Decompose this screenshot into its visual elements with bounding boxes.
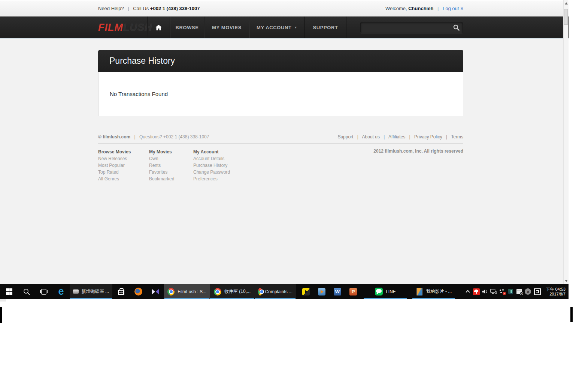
scrollbar[interactable] xyxy=(563,0,568,284)
footer-link-bookmarked[interactable]: Bookmarked xyxy=(149,176,193,182)
taskbar-window-line[interactable]: LINE xyxy=(363,284,407,299)
tray-disconnected-icon[interactable]: × xyxy=(524,284,532,299)
nav-support[interactable]: SUPPORT xyxy=(304,16,346,38)
page-content: Purchase History No Transactions Found ©… xyxy=(0,39,569,182)
footer-column-title: My Account xyxy=(193,148,268,155)
footer-link-purchase-history[interactable]: Purchase History xyxy=(193,162,268,169)
potplayer-button[interactable] xyxy=(298,284,314,299)
footer-link-privacy-policy[interactable]: Privacy Policy xyxy=(414,134,442,140)
scroll-down-arrow-icon[interactable] xyxy=(565,280,568,282)
logout-link[interactable]: Log out× xyxy=(443,6,463,11)
account-area: Welcome, Chunchieh | Log out× xyxy=(385,6,463,11)
footer-link-terms[interactable]: Terms xyxy=(451,134,463,140)
footer-link-top-rated[interactable]: Top Rated xyxy=(98,169,149,176)
nav-my-account[interactable]: MY ACCOUNT▼ xyxy=(249,16,304,38)
footer-link-account-details[interactable]: Account Details xyxy=(193,155,268,162)
footer-rights: 2012 filmlush.com, Inc. All rights reser… xyxy=(373,148,463,182)
separator: | xyxy=(409,134,410,140)
nav-my-movies-label: MY MOVIES xyxy=(212,25,242,30)
taskbar-window-label: Complaints ... xyxy=(265,289,293,294)
phone-number: +002 1 (438) 338-1007 xyxy=(150,6,200,11)
tray-antivirus-icon[interactable] xyxy=(472,284,481,299)
tray-notes-icon[interactable]: − xyxy=(515,284,524,299)
footer-column-my-account: My Account Account Details Purchase Hist… xyxy=(193,148,268,182)
footer-link-support[interactable]: Support xyxy=(337,134,353,140)
start-button[interactable] xyxy=(0,284,18,299)
active-underline xyxy=(70,298,112,299)
footer-link-change-password[interactable]: Change Password xyxy=(193,169,268,176)
tray-app-icon[interactable] xyxy=(506,284,515,299)
windows-logo-icon xyxy=(6,288,12,295)
tray-ime-icon[interactable] xyxy=(532,284,543,299)
footer-link-all-genres[interactable]: All Genres xyxy=(98,176,149,182)
tray-chevron-up-icon[interactable] xyxy=(463,284,472,299)
kmplayer-button[interactable] xyxy=(147,284,164,299)
nav-my-movies[interactable]: MY MOVIES xyxy=(204,16,249,38)
footer-link-about-us[interactable]: About us xyxy=(362,134,380,140)
taskbar-window-disk[interactable]: 新增磁碟區 ... xyxy=(70,284,112,299)
nav-browse-label: BROWSE xyxy=(175,25,198,30)
chrome-icon xyxy=(258,288,262,296)
artifact-gray-sliver xyxy=(0,299,6,302)
footer-link-own[interactable]: Own xyxy=(149,155,193,162)
taskbar-window-complaints[interactable]: Complaints ... xyxy=(255,284,296,299)
footer-link-favorites[interactable]: Favorites xyxy=(149,169,193,176)
scroll-up-arrow-icon[interactable] xyxy=(565,2,568,4)
search-input[interactable] xyxy=(361,22,448,33)
welcome-label: Welcome, xyxy=(385,6,407,11)
media-player-button[interactable] xyxy=(314,284,330,299)
powerpoint-button[interactable]: P xyxy=(345,284,361,299)
footer-questions: Questions? +002 1 (438) 338-1007 xyxy=(139,134,209,140)
clock-date: 2017/8/7 xyxy=(546,292,566,297)
footer-link-affiliates[interactable]: Affiliates xyxy=(388,134,405,140)
filmlush-logo[interactable]: FILMLUSH xyxy=(98,16,147,38)
call-us-label: Call Us xyxy=(133,6,149,11)
word-button[interactable]: W xyxy=(330,284,345,299)
store-button[interactable] xyxy=(112,284,130,299)
active-underline xyxy=(255,298,295,299)
footer-copyright-line: © filmlush.com | Questions? +002 1 (438)… xyxy=(98,134,209,140)
taskbar-search-button[interactable] xyxy=(18,284,35,299)
nav-browse[interactable]: BROWSE xyxy=(170,16,204,38)
separator: | xyxy=(446,134,447,140)
line-icon xyxy=(375,288,383,296)
page-title: Purchase History xyxy=(109,56,175,66)
scrollbar-thumb[interactable] xyxy=(564,9,568,25)
firefox-button[interactable] xyxy=(130,284,147,299)
footer-top-links: Support | About us | Affiliates | Privac… xyxy=(337,134,463,140)
panel-header: Purchase History xyxy=(98,50,463,72)
footer-link-preferences[interactable]: Preferences xyxy=(193,176,268,182)
taskbar-window-label: 收件匣 (10,... xyxy=(224,288,251,295)
taskbar-window-movies[interactable]: 我的影片 - ... xyxy=(412,284,455,299)
empty-state-message: No Transactions Found xyxy=(110,91,168,97)
footer-site-name: © filmlush.com xyxy=(98,134,130,140)
edge-browser-button[interactable]: e xyxy=(52,284,70,299)
footer-link-new-releases[interactable]: New Releases xyxy=(98,155,149,162)
task-view-button[interactable] xyxy=(35,284,52,299)
separator: | xyxy=(384,134,385,140)
separator: | xyxy=(134,134,136,140)
nav-support-label: SUPPORT xyxy=(313,25,338,30)
footer-link-most-popular[interactable]: Most Popular xyxy=(98,162,149,169)
active-underline xyxy=(164,298,209,299)
tray-network-icon[interactable] xyxy=(489,284,498,299)
home-icon xyxy=(155,25,162,30)
separator: | xyxy=(357,134,358,140)
search-icon[interactable] xyxy=(453,24,460,32)
chrome-icon xyxy=(167,288,175,296)
taskbar-window-inbox[interactable]: 收件匣 (10,... xyxy=(210,284,255,299)
chevron-down-icon: ▼ xyxy=(294,26,297,29)
movie-maker-icon xyxy=(416,288,423,296)
kmplayer-icon xyxy=(152,288,159,296)
need-help-link[interactable]: Need Help? xyxy=(98,6,124,11)
chrome-icon xyxy=(214,288,221,296)
tray-sync-error-icon[interactable]: × xyxy=(498,284,506,299)
system-tray: × − × 下午 04:53 2017/8/7 xyxy=(463,284,569,299)
nav-home-button[interactable] xyxy=(147,16,170,38)
taskbar-clock[interactable]: 下午 04:53 2017/8/7 xyxy=(546,287,566,297)
taskbar-window-filmlush[interactable]: FilmLush : S... xyxy=(164,284,210,299)
site-topbar: Need Help? | Call Us +002 1 (438) 338-10… xyxy=(0,0,569,16)
tray-volume-icon[interactable] xyxy=(481,284,489,299)
separator: | xyxy=(128,6,129,11)
footer-link-rents[interactable]: Rents xyxy=(149,162,193,169)
